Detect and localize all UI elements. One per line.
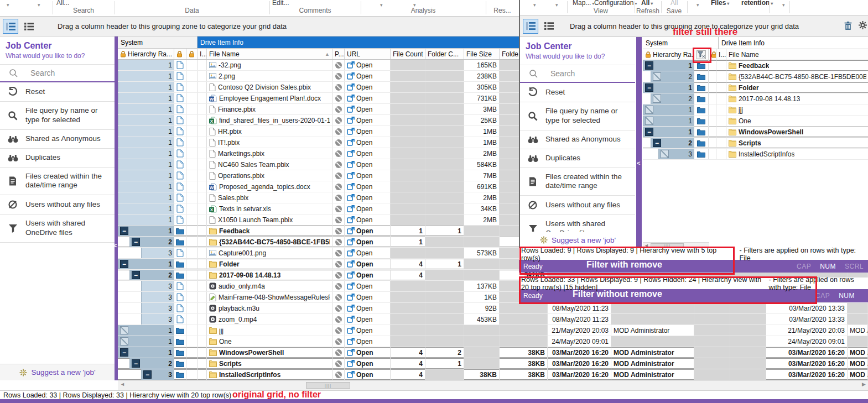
hierarchy-view-toggle[interactable]	[3, 19, 18, 34]
flat-view-toggle[interactable]	[541, 19, 557, 34]
header-lock[interactable]	[709, 49, 716, 60]
refresh-all-button[interactable]: All▾	[641, 0, 653, 7]
dropdown-caret-icon[interactable]: ▾	[697, 2, 699, 8]
scrollbar-thumb[interactable]: ||||	[306, 382, 350, 389]
sidebar-item-files-created-within-the-date-[interactable]: Files created within the date/time range	[520, 168, 635, 196]
hierarchy-cell[interactable]: 1	[118, 115, 174, 125]
open-link[interactable]: Open	[347, 349, 373, 357]
table-row[interactable]: 22017-09-08 14.48.13	[643, 93, 868, 104]
hierarchy-cell[interactable]: 1	[118, 325, 174, 336]
hierarchy-cell[interactable]: 3	[643, 149, 694, 159]
open-link[interactable]: Open	[347, 360, 373, 368]
hierarchy-cell[interactable]: 3	[118, 292, 174, 302]
hierarchy-cell[interactable]: −2	[118, 358, 174, 369]
open-link[interactable]: Open	[347, 183, 372, 191]
sidebar-item-shared-as-anonymous[interactable]: Shared as Anonymous	[0, 130, 115, 149]
hierarchy-cell[interactable]: 1	[118, 159, 174, 170]
hierarchy-cell[interactable]: 1	[118, 60, 174, 70]
sidebar-item-file-query-by-name-or-type-for[interactable]: File query by name or type for selected	[520, 102, 635, 130]
open-link[interactable]: Open	[347, 83, 372, 91]
open-link[interactable]: Open	[347, 338, 372, 346]
open-link[interactable]: Open	[347, 249, 372, 257]
table-row[interactable]: 1OneOpen24/May/2020 09:0124/May/2020 09:…	[118, 336, 868, 347]
table-row[interactable]: −1Feedback	[643, 60, 868, 71]
header-folder-count[interactable]: Folder C...	[425, 49, 464, 59]
hierarchy-cell[interactable]: 1	[643, 116, 694, 126]
hierarchy-cell[interactable]: 3	[118, 281, 174, 291]
hierarchy-cell[interactable]: 3	[118, 314, 174, 325]
scroll-left-icon[interactable]: ◄	[120, 381, 125, 387]
band-system[interactable]: System	[643, 37, 719, 49]
configuration-menu[interactable]: Configuration▾	[594, 0, 637, 7]
open-link[interactable]: Open	[347, 95, 372, 102]
collapse-button[interactable]: −	[645, 61, 653, 70]
left-grouping-zone[interactable]: Drag a column header to this grouping zo…	[0, 17, 519, 36]
sidebar-item-files-created-within-the-date-[interactable]: Files created within the date/time range	[0, 168, 115, 196]
suggest-job-button[interactable]: Suggest a new 'job'	[520, 232, 635, 248]
ribbon-all-button[interactable]: All...	[56, 0, 69, 7]
table-row[interactable]: −1WindowsPowerShellOpen4238KB03/Mar/2020…	[118, 347, 868, 358]
sidebar-collapse-strip[interactable]: <	[636, 37, 642, 248]
hierarchy-cell[interactable]: 3	[118, 248, 174, 258]
table-row[interactable]: 3playback.m3uOpen92B08/May/2020 11:2303/…	[118, 303, 868, 314]
table-row[interactable]: −3InstalledScriptInfosOpen438KB38KB03/Ma…	[118, 369, 868, 380]
table-row[interactable]: 1jjjOpen21/May/2020 20:03MOD Administrat…	[118, 325, 868, 336]
files-menu[interactable]: Files▾	[711, 0, 729, 7]
search-input[interactable]: Search	[520, 65, 635, 83]
open-link[interactable]: Open	[347, 106, 372, 113]
header-lock-2[interactable]	[186, 49, 197, 59]
header-item-type[interactable]: I...	[197, 49, 207, 59]
table-row[interactable]: −2ScriptsOpen4138KB03/Mar/2020 16:20MOD …	[118, 358, 868, 369]
header-file-count[interactable]: File Count	[391, 49, 425, 59]
sidebar-item-reset[interactable]: Reset	[0, 82, 115, 102]
open-link[interactable]: Open	[347, 194, 372, 202]
hierarchy-cell[interactable]: −1	[643, 127, 694, 137]
collapse-button[interactable]: −	[120, 260, 128, 268]
dropdown-caret-icon[interactable]: ▾	[533, 2, 536, 8]
hierarchy-cell[interactable]: 1	[118, 203, 174, 214]
header-file-size[interactable]: File Size	[464, 49, 500, 59]
retention-menu[interactable]: retention▾	[741, 0, 773, 7]
table-row[interactable]: −1WindowsPowerShell	[643, 127, 868, 138]
header-lock-1[interactable]	[174, 49, 186, 59]
collapse-button[interactable]: −	[645, 83, 653, 92]
open-link[interactable]: Open	[347, 139, 372, 146]
table-row[interactable]: −2Scripts	[643, 138, 868, 149]
sidebar-item-duplicates[interactable]: Duplicates	[520, 149, 635, 168]
collapse-button[interactable]: −	[143, 370, 152, 379]
suggest-job-button[interactable]: Suggest a new 'job'	[0, 364, 115, 380]
hierarchy-cell[interactable]: 1	[118, 71, 174, 81]
hierarchy-cell[interactable]: −1	[643, 82, 694, 93]
sidebar-item-users-without-any-files[interactable]: Users without any files	[520, 196, 635, 215]
sidebar-item-users-without-any-files[interactable]: Users without any files	[0, 195, 115, 214]
table-row[interactable]: −1Folder	[643, 82, 868, 93]
open-link[interactable]: Open	[347, 305, 372, 312]
open-link[interactable]: Open	[347, 72, 372, 80]
search-input[interactable]: Search	[0, 65, 115, 82]
hierarchy-cell[interactable]: 1	[118, 170, 174, 181]
dropdown-caret-icon[interactable]: ▾	[38, 2, 40, 8]
hierarchy-cell[interactable]: 1	[118, 93, 174, 103]
open-link[interactable]: Open	[347, 282, 372, 290]
hierarchy-cell[interactable]: 1	[118, 192, 174, 203]
header-p[interactable]: P...	[332, 49, 345, 59]
band-system[interactable]: System	[118, 36, 197, 48]
trash-icon[interactable]	[844, 21, 853, 30]
hierarchy-cell[interactable]: 1	[118, 126, 174, 137]
dropdown-caret-icon[interactable]: ▾	[7, 2, 9, 8]
table-row[interactable]: 2{532AB44C-BC75-4850-8BCE-1FB5DE00BE7E}	[643, 71, 868, 82]
open-link[interactable]: Open	[347, 205, 372, 213]
open-link[interactable]: Open	[347, 161, 372, 169]
hierarchy-cell[interactable]: −3	[118, 369, 174, 380]
scroll-right-icon[interactable]: ▶	[862, 381, 866, 387]
open-link[interactable]: Open	[347, 150, 372, 158]
open-link[interactable]: Open	[347, 238, 373, 246]
dropdown-caret-icon[interactable]: ▾	[782, 2, 785, 8]
open-link[interactable]: Open	[347, 271, 373, 279]
horizontal-scrollbar[interactable]: ◄ |||| ▶	[118, 380, 868, 390]
hierarchy-view-toggle[interactable]	[523, 19, 538, 34]
header-url[interactable]: URL	[345, 49, 391, 59]
hierarchy-cell[interactable]: −1	[118, 259, 174, 269]
table-row[interactable]: 1jjj	[643, 104, 868, 116]
header-file-name[interactable]: File Name▲	[207, 49, 332, 59]
